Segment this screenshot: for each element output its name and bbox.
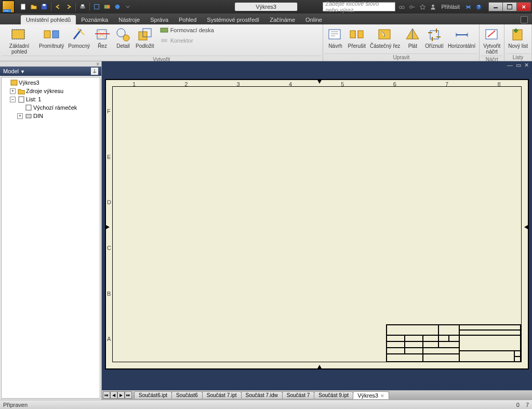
exchange-icon[interactable]: [464, 3, 472, 11]
tree-resources[interactable]: +Zdroje výkresu: [3, 87, 99, 95]
doc-tab[interactable]: Součást 7: [282, 391, 314, 399]
signin-link[interactable]: Přihlásit: [439, 4, 462, 10]
redo-icon[interactable]: [64, 2, 73, 11]
window-controls: [489, 2, 531, 11]
doc-tab[interactable]: Součást6.ipt: [134, 391, 172, 399]
base-view-button[interactable]: Základní pohled: [2, 25, 37, 56]
status-value-0: 0: [516, 402, 520, 408]
model-tree[interactable]: Výkres3 +Zdroje výkresu −List: 1 Výchozí…: [1, 77, 100, 399]
document-title: Výkres3: [235, 3, 297, 11]
title-right: Zadejte klíčové slovo nebo výraz. Přihlá…: [323, 2, 532, 11]
svg-rect-4: [81, 5, 84, 7]
new-sheet-button[interactable]: Nový list: [506, 25, 530, 50]
ribbon-tabs: Umístění pohledů Poznámka Nástroje Správ…: [0, 14, 532, 24]
qat-icon-b[interactable]: [102, 2, 112, 11]
help-icon[interactable]: ?: [474, 3, 483, 11]
tab-next-icon[interactable]: ▶: [117, 391, 125, 399]
break-button[interactable]: Přerušit: [345, 25, 367, 50]
doc-maximize-icon[interactable]: ▭: [515, 62, 522, 69]
ribbon-group-sheets: Nový list Listy: [504, 24, 532, 61]
panel-close-icon[interactable]: ×: [0, 61, 101, 67]
center-marker-left-icon: [105, 225, 110, 230]
tab-manage[interactable]: Správa: [145, 15, 174, 24]
tab-last-icon[interactable]: ⏭: [125, 391, 132, 399]
svg-rect-36: [26, 114, 31, 118]
svg-rect-6: [104, 5, 107, 9]
slice-button[interactable]: Plát: [402, 25, 423, 50]
horizontal-button[interactable]: Horizontální: [446, 25, 477, 50]
tab-close-icon[interactable]: ✕: [380, 393, 384, 399]
qat-dropdown-icon[interactable]: [123, 2, 132, 11]
panel-header[interactable]: Model ▼: [0, 67, 101, 76]
save-icon[interactable]: [39, 2, 49, 11]
forming-plate-button[interactable]: Formovací deska: [158, 25, 216, 35]
tree-frame[interactable]: Výchozí rámeček: [3, 103, 99, 112]
tab-environment[interactable]: Systémové prostředí: [202, 15, 264, 24]
tab-get-started[interactable]: Začínáme: [264, 15, 300, 24]
draft-button[interactable]: Návrh: [325, 25, 345, 50]
close-button[interactable]: [516, 2, 531, 11]
chevron-down-icon[interactable]: ▼: [20, 69, 25, 74]
status-bar: Připraven 0 7: [0, 400, 532, 409]
doc-minimize-icon[interactable]: —: [506, 62, 514, 68]
section-view-button[interactable]: Řez: [92, 25, 113, 50]
user-icon[interactable]: [429, 3, 437, 11]
maximize-button[interactable]: [502, 2, 517, 11]
doc-tab[interactable]: Součást 7.idw: [241, 391, 283, 399]
drawing-canvas[interactable]: 12 34 56 78 AB CD EF: [103, 69, 531, 390]
doc-tab-active[interactable]: Výkres3✕: [353, 391, 389, 399]
tab-view[interactable]: Pohled: [174, 15, 202, 24]
svg-rect-35: [26, 105, 31, 110]
svg-point-10: [402, 6, 404, 8]
center-marker-right-icon: [524, 225, 529, 230]
appearance-toggle-icon[interactable]: [521, 16, 528, 23]
svg-text:?: ?: [477, 4, 480, 9]
print-icon[interactable]: [78, 2, 87, 11]
doc-tab[interactable]: Součást 9.ipt: [314, 391, 353, 399]
separator: [89, 3, 90, 11]
svg-rect-2: [43, 4, 45, 6]
svg-rect-18: [52, 31, 59, 38]
svg-rect-33: [11, 80, 17, 85]
binoculars-icon[interactable]: [397, 3, 406, 11]
crop-button[interactable]: Oříznutí: [423, 25, 446, 50]
tree-sheet[interactable]: −List: 1: [3, 95, 99, 103]
detail-view-button[interactable]: Detail: [113, 25, 134, 50]
doc-tab[interactable]: Součást6: [171, 391, 203, 399]
svg-point-8: [115, 5, 120, 9]
tree-din[interactable]: +DIN: [3, 112, 99, 120]
tab-place-views[interactable]: Umístění pohledů: [21, 15, 76, 24]
qat-icon-c[interactable]: [113, 2, 122, 11]
overlay-button[interactable]: Podložit: [134, 25, 156, 50]
pin-icon[interactable]: [91, 68, 98, 75]
doc-close-icon[interactable]: ✕: [523, 62, 530, 69]
key-icon[interactable]: [408, 3, 416, 11]
new-icon[interactable]: [19, 2, 28, 11]
svg-rect-25: [161, 39, 167, 42]
breakout-button[interactable]: Částečný řez: [368, 25, 402, 50]
doc-tab[interactable]: Součást 7.ipt: [202, 391, 242, 399]
svg-rect-7: [107, 5, 110, 9]
title-bar: Výkres3 Zadejte klíčové slovo nebo výraz…: [0, 0, 532, 14]
doc-window-controls: — ▭ ✕: [102, 61, 532, 69]
tab-first-icon[interactable]: ⏮: [103, 391, 110, 399]
separator: [75, 3, 76, 11]
undo-icon[interactable]: [54, 2, 63, 11]
svg-rect-5: [95, 5, 99, 9]
create-sketch-button[interactable]: Vytvořit náčrt: [481, 25, 502, 56]
app-icon[interactable]: [2, 1, 15, 13]
minimize-button[interactable]: [488, 2, 503, 11]
tab-annotation[interactable]: Poznámka: [76, 15, 113, 24]
ribbon-extra: [516, 15, 532, 24]
projected-view-button[interactable]: Promítnutý: [37, 25, 66, 50]
tab-online[interactable]: Online: [300, 15, 327, 24]
tree-root[interactable]: Výkres3: [3, 78, 99, 87]
tab-tools[interactable]: Nástroje: [113, 15, 145, 24]
search-input[interactable]: Zadejte klíčové slovo nebo výraz.: [323, 2, 395, 11]
canvas-area: — ▭ ✕ 12 34 56 78 AB CD EF: [102, 61, 532, 400]
star-icon[interactable]: [418, 3, 427, 11]
tab-prev-icon[interactable]: ◀: [110, 391, 117, 399]
qat-icon-a[interactable]: [92, 2, 101, 11]
open-icon[interactable]: [29, 2, 38, 11]
auxiliary-view-button[interactable]: Pomocný: [66, 25, 92, 50]
